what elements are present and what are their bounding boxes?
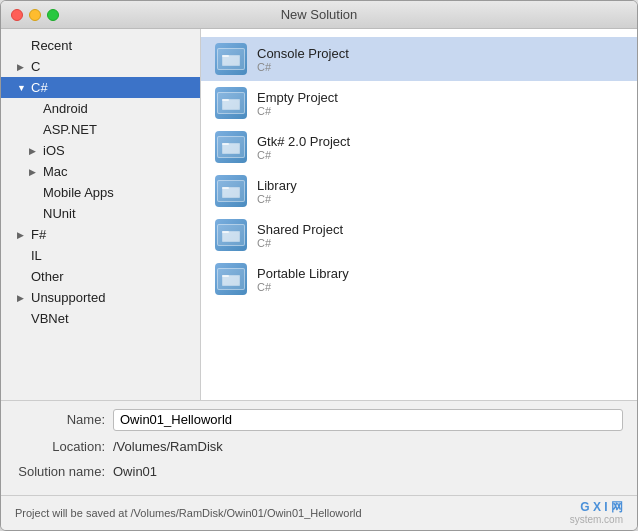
close-button[interactable]: [11, 9, 23, 21]
sidebar-item-il[interactable]: IL: [1, 245, 200, 266]
project-icon-inner: [217, 136, 245, 158]
project-name: Library: [257, 178, 297, 193]
project-item-shared[interactable]: Shared ProjectC#: [201, 213, 637, 257]
sidebar-item-label: IL: [31, 248, 42, 263]
project-info-portable: Portable LibraryC#: [257, 266, 349, 293]
solution-label: Solution name:: [15, 464, 105, 479]
sidebar-item-nunit[interactable]: NUnit: [1, 203, 200, 224]
project-icon-console: [215, 43, 247, 75]
name-input[interactable]: [113, 409, 623, 431]
project-list: Console ProjectC# Empty ProjectC# Gtk# 2…: [201, 29, 637, 400]
project-info-shared: Shared ProjectC#: [257, 222, 343, 249]
sidebar-item-label: Android: [43, 101, 88, 116]
project-icon-inner: [217, 92, 245, 114]
sidebar-item-recent[interactable]: Recent: [1, 35, 200, 56]
sidebar: Recent▶C▼C#AndroidASP.NET▶iOS▶MacMobile …: [1, 29, 201, 400]
project-item-library[interactable]: LibraryC#: [201, 169, 637, 213]
sidebar-item-mobileapps[interactable]: Mobile Apps: [1, 182, 200, 203]
svg-rect-17: [223, 276, 239, 285]
project-sub: C#: [257, 61, 349, 73]
window-title: New Solution: [281, 7, 358, 22]
project-name: Gtk# 2.0 Project: [257, 134, 350, 149]
sidebar-item-label: iOS: [43, 143, 65, 158]
project-sub: C#: [257, 237, 343, 249]
sidebar-item-vbnet[interactable]: VBNet: [1, 308, 200, 329]
project-item-empty[interactable]: Empty ProjectC#: [201, 81, 637, 125]
project-icon-inner: [217, 180, 245, 202]
chevron-icon: ▼: [17, 83, 27, 93]
project-info-library: LibraryC#: [257, 178, 297, 205]
project-sub: C#: [257, 281, 349, 293]
sidebar-item-label: Mac: [43, 164, 68, 179]
svg-rect-14: [223, 232, 239, 241]
sidebar-item-label: Unsupported: [31, 290, 105, 305]
project-name: Shared Project: [257, 222, 343, 237]
sidebar-item-aspnet[interactable]: ASP.NET: [1, 119, 200, 140]
sidebar-item-label: ASP.NET: [43, 122, 97, 137]
project-icon-inner: [217, 48, 245, 70]
name-row: Name:: [15, 409, 623, 431]
project-name: Console Project: [257, 46, 349, 61]
project-sub: C#: [257, 193, 297, 205]
project-sub: C#: [257, 105, 338, 117]
project-name: Empty Project: [257, 90, 338, 105]
watermark: G X I 网 system.com: [570, 500, 623, 526]
bottom-form: Name: Location: /Volumes/RamDisk Solutio…: [1, 400, 637, 495]
sidebar-item-label: Mobile Apps: [43, 185, 114, 200]
project-icon-inner: [217, 224, 245, 246]
sidebar-item-ios[interactable]: ▶iOS: [1, 140, 200, 161]
project-icon-empty: [215, 87, 247, 119]
svg-rect-2: [223, 56, 239, 65]
sidebar-item-label: C#: [31, 80, 48, 95]
sidebar-item-android[interactable]: Android: [1, 98, 200, 119]
svg-rect-11: [223, 188, 239, 197]
sidebar-item-c[interactable]: ▶C: [1, 56, 200, 77]
project-icon-shared: [215, 219, 247, 251]
project-info-console: Console ProjectC#: [257, 46, 349, 73]
chevron-icon: ▶: [29, 146, 39, 156]
titlebar: New Solution: [1, 1, 637, 29]
project-icon-library: [215, 175, 247, 207]
sidebar-item-label: Other: [31, 269, 64, 284]
project-icon-portable: [215, 263, 247, 295]
sidebar-item-unsupported[interactable]: ▶Unsupported: [1, 287, 200, 308]
new-solution-window: New Solution Recent▶C▼C#AndroidASP.NET▶i…: [0, 0, 638, 531]
status-bar: Project will be saved at /Volumes/RamDis…: [1, 495, 637, 530]
chevron-icon: ▶: [29, 167, 39, 177]
sidebar-item-label: C: [31, 59, 40, 74]
minimize-button[interactable]: [29, 9, 41, 21]
project-item-gtk[interactable]: Gtk# 2.0 ProjectC#: [201, 125, 637, 169]
svg-rect-8: [223, 144, 239, 153]
sidebar-item-other[interactable]: Other: [1, 266, 200, 287]
solution-row: Solution name: Owin01: [15, 462, 623, 481]
project-info-gtk: Gtk# 2.0 ProjectC#: [257, 134, 350, 161]
project-item-portable[interactable]: Portable LibraryC#: [201, 257, 637, 301]
svg-rect-5: [223, 100, 239, 109]
solution-value: Owin01: [113, 462, 623, 481]
project-icon-gtk: [215, 131, 247, 163]
location-row: Location: /Volumes/RamDisk: [15, 437, 623, 456]
sidebar-item-csharp[interactable]: ▼C#: [1, 77, 200, 98]
chevron-icon: ▶: [17, 230, 27, 240]
sidebar-item-label: VBNet: [31, 311, 69, 326]
sidebar-item-label: F#: [31, 227, 46, 242]
sidebar-item-fsharp[interactable]: ▶F#: [1, 224, 200, 245]
maximize-button[interactable]: [47, 9, 59, 21]
project-icon-inner: [217, 268, 245, 290]
traffic-lights: [11, 9, 59, 21]
project-sub: C#: [257, 149, 350, 161]
chevron-icon: ▶: [17, 62, 27, 72]
chevron-icon: ▶: [17, 293, 27, 303]
project-item-console[interactable]: Console ProjectC#: [201, 37, 637, 81]
sidebar-item-label: Recent: [31, 38, 72, 53]
location-label: Location:: [15, 439, 105, 454]
sidebar-item-mac[interactable]: ▶Mac: [1, 161, 200, 182]
project-info-empty: Empty ProjectC#: [257, 90, 338, 117]
name-label: Name:: [15, 412, 105, 427]
location-value: /Volumes/RamDisk: [113, 437, 623, 456]
content-area: Recent▶C▼C#AndroidASP.NET▶iOS▶MacMobile …: [1, 29, 637, 400]
project-name: Portable Library: [257, 266, 349, 281]
sidebar-item-label: NUnit: [43, 206, 76, 221]
status-message: Project will be saved at /Volumes/RamDis…: [15, 507, 362, 519]
